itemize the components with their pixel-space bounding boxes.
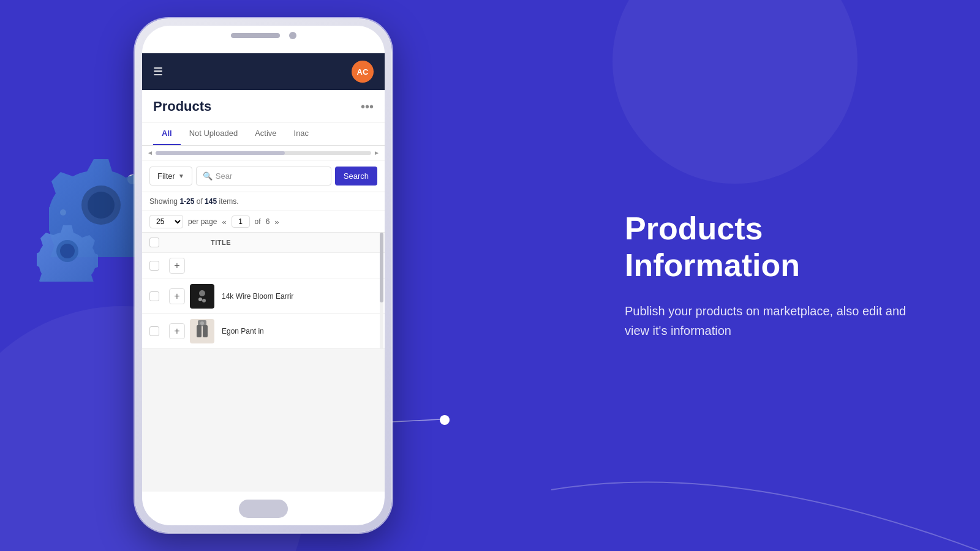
row3-expand-button[interactable]: +	[169, 323, 185, 339]
small-gear-icon	[37, 220, 98, 282]
last-page-nav[interactable]: »	[274, 217, 279, 227]
more-options-icon[interactable]: •••	[361, 100, 374, 114]
svg-point-7	[198, 298, 202, 301]
filter-button[interactable]: Filter ▼	[149, 167, 192, 186]
phone-home-button[interactable]	[239, 500, 288, 518]
select-all-checkbox[interactable]	[149, 238, 159, 247]
row2-expand-button[interactable]: +	[169, 288, 185, 304]
per-page-select[interactable]: 25 50 100	[149, 215, 183, 228]
tab-not-uploaded[interactable]: Not Uploaded	[181, 122, 247, 145]
svg-point-3	[88, 192, 115, 219]
scroll-thumb	[156, 151, 285, 155]
total-pages: 6	[266, 217, 270, 226]
tabs-row: All Not Uploaded Active Inac	[153, 122, 374, 145]
first-page-nav[interactable]: «	[222, 217, 226, 227]
tabs-container: All Not Uploaded Active Inac	[142, 122, 385, 146]
items-range: 1-25	[179, 197, 194, 206]
per-page-label: per page	[188, 217, 217, 226]
product-image-pant	[190, 319, 214, 343]
filter-chevron-icon: ▼	[178, 173, 184, 179]
phone-speaker	[231, 33, 280, 38]
search-button[interactable]: Search	[335, 167, 377, 186]
info-heading: Products Information	[625, 211, 931, 284]
page-number-input[interactable]	[232, 216, 250, 228]
row1-checkbox[interactable]	[149, 261, 159, 271]
right-info-panel: Products Information Publish your produc…	[625, 211, 931, 340]
filter-row: Filter ▼ 🔍 Sear Search	[142, 160, 385, 192]
tab-active[interactable]: Active	[246, 122, 285, 145]
items-total: 145	[205, 197, 217, 206]
table-row[interactable]: + 14k Wire Bloom Earrir	[142, 279, 385, 314]
phone-top-bar	[142, 26, 385, 45]
product-list: TITLE + +	[142, 233, 385, 349]
svg-point-12	[200, 321, 204, 325]
svg-rect-10	[197, 325, 202, 337]
row3-check	[149, 326, 164, 336]
row1-check	[149, 261, 164, 271]
title-column-header: TITLE	[211, 239, 377, 246]
scroll-right-arrow[interactable]: ►	[374, 149, 380, 156]
pant-product-icon	[193, 320, 211, 343]
search-placeholder: Sear	[216, 171, 232, 181]
header-check-col	[149, 238, 164, 247]
product-image-earring	[190, 284, 214, 309]
svg-point-8	[202, 299, 206, 302]
of-label: of	[194, 197, 205, 206]
of-pages-label: of	[255, 217, 261, 226]
page-title-row: Products •••	[153, 99, 374, 114]
phone-outer-shell: ☰ AC Products ••• All Not Uploaded Activ…	[135, 18, 392, 533]
search-input-wrapper[interactable]: 🔍 Sear	[196, 167, 331, 186]
info-heading-line1: Products	[625, 211, 763, 246]
pagination-row: 25 50 100 per page « of 6 »	[142, 211, 385, 233]
tab-inactive[interactable]: Inac	[285, 122, 318, 145]
list-scrollbar[interactable]	[380, 233, 383, 349]
scroll-left-arrow[interactable]: ◄	[147, 149, 153, 156]
table-row[interactable]: + Egon Pant in	[142, 314, 385, 349]
page-title: Products	[153, 99, 211, 114]
app-header: ☰ AC	[142, 53, 385, 90]
phone-inner-screen: ☰ AC Products ••• All Not Uploaded Activ…	[142, 26, 385, 525]
product-list-header: TITLE	[142, 233, 385, 253]
info-heading-line2: Information	[625, 247, 800, 283]
filter-label: Filter	[157, 171, 175, 181]
phone-camera	[289, 32, 296, 39]
product-name-earring: 14k Wire Bloom Earrir	[222, 292, 377, 301]
tab-all[interactable]: All	[153, 122, 181, 145]
decorative-dot-3	[440, 415, 450, 425]
bg-circle-2	[612, 0, 858, 184]
svg-point-5	[60, 244, 75, 258]
avatar[interactable]: AC	[352, 61, 374, 83]
scroll-track[interactable]	[156, 151, 371, 155]
phone-device: ☰ AC Products ••• All Not Uploaded Activ…	[135, 18, 392, 533]
row3-checkbox[interactable]	[149, 326, 159, 336]
horizontal-scrollbar[interactable]: ◄ ►	[142, 146, 385, 160]
items-label: items.	[217, 197, 238, 206]
hamburger-menu-icon[interactable]: ☰	[153, 65, 163, 78]
earring-product-icon	[193, 287, 211, 305]
row2-check	[149, 291, 164, 301]
app-content: ☰ AC Products ••• All Not Uploaded Activ…	[142, 53, 385, 492]
items-info: Showing 1-25 of 145 items.	[142, 192, 385, 211]
showing-label: Showing	[149, 197, 179, 206]
list-scrollbar-thumb	[380, 233, 383, 302]
product-name-pant: Egon Pant in	[222, 327, 377, 335]
table-row: +	[142, 253, 385, 279]
search-icon: 🔍	[203, 171, 213, 181]
row1-expand-button[interactable]: +	[169, 258, 185, 274]
page-header: Products •••	[142, 90, 385, 122]
row2-checkbox[interactable]	[149, 291, 159, 301]
info-description: Publish your products on marketplace, al…	[625, 301, 931, 340]
svg-point-6	[199, 290, 205, 296]
svg-rect-11	[203, 325, 208, 337]
